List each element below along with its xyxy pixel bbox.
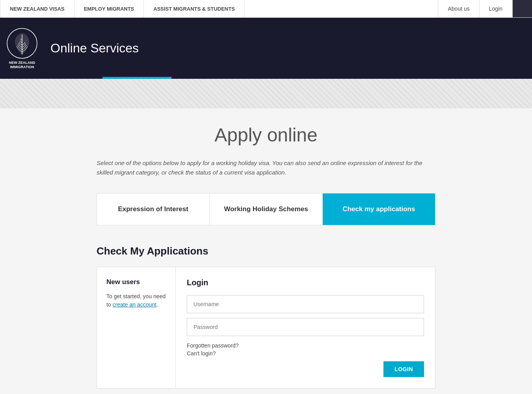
new-users-panel: New users To get started, you need to cr… bbox=[97, 267, 176, 388]
cant-login-link[interactable]: Can't login? bbox=[187, 350, 424, 357]
header-underline bbox=[102, 77, 171, 79]
nav-employ-migrants[interactable]: EMPLOY MIGRANTS bbox=[74, 0, 144, 17]
brand-logo: NEW ZEALANDIMMIGRATION bbox=[6, 28, 38, 69]
apply-description: Select one of the options below to apply… bbox=[97, 158, 435, 177]
login-heading: Login bbox=[187, 278, 424, 287]
new-users-text: To get started, you need to create an ac… bbox=[106, 292, 166, 309]
tab-expression-of-interest[interactable]: Expression of Interest bbox=[97, 193, 210, 225]
create-account-link[interactable]: create an account bbox=[113, 301, 156, 308]
page-title: Online Services bbox=[50, 41, 139, 56]
nav-extra-block bbox=[512, 0, 532, 17]
tab-working-holiday[interactable]: Working Holiday Schemes bbox=[210, 193, 322, 225]
brand-name: NEW ZEALANDIMMIGRATION bbox=[9, 61, 35, 69]
brand-header: NEW ZEALANDIMMIGRATION Online Services bbox=[0, 18, 532, 79]
tab-cards: Expression of Interest Working Holiday S… bbox=[97, 193, 435, 225]
login-button[interactable]: LOGIN bbox=[383, 361, 424, 377]
pattern-band bbox=[0, 79, 532, 108]
nav-assist-migrants[interactable]: ASSIST MIGRANTS & STUDENTS bbox=[144, 0, 245, 17]
nav-nz-visas[interactable]: NEW ZEALAND VISAS bbox=[0, 0, 74, 17]
fern-icon bbox=[6, 28, 38, 59]
login-link[interactable]: Login bbox=[479, 0, 512, 17]
login-panel: Login Forgotten password? Can't login? L… bbox=[176, 267, 435, 388]
forgotten-password-link[interactable]: Forgotten password? bbox=[187, 342, 424, 349]
apply-online-heading: Apply online bbox=[97, 124, 435, 146]
new-users-title: New users bbox=[106, 278, 166, 286]
about-us-link[interactable]: About us bbox=[438, 0, 479, 17]
main-content: Apply online Select one of the options b… bbox=[89, 108, 443, 394]
login-area: New users To get started, you need to cr… bbox=[97, 267, 435, 388]
new-users-text-after: . bbox=[156, 301, 158, 308]
password-input[interactable] bbox=[187, 318, 424, 336]
top-nav-right: About us Login bbox=[438, 0, 532, 17]
top-nav-links: NEW ZEALAND VISAS EMPLOY MIGRANTS ASSIST… bbox=[0, 0, 438, 17]
top-navigation: NEW ZEALAND VISAS EMPLOY MIGRANTS ASSIST… bbox=[0, 0, 532, 18]
username-input[interactable] bbox=[187, 295, 424, 313]
login-button-row: LOGIN bbox=[187, 361, 424, 377]
tab-check-my-applications[interactable]: Check my applications bbox=[323, 193, 435, 225]
check-my-apps-heading: Check My Applications bbox=[97, 245, 435, 257]
